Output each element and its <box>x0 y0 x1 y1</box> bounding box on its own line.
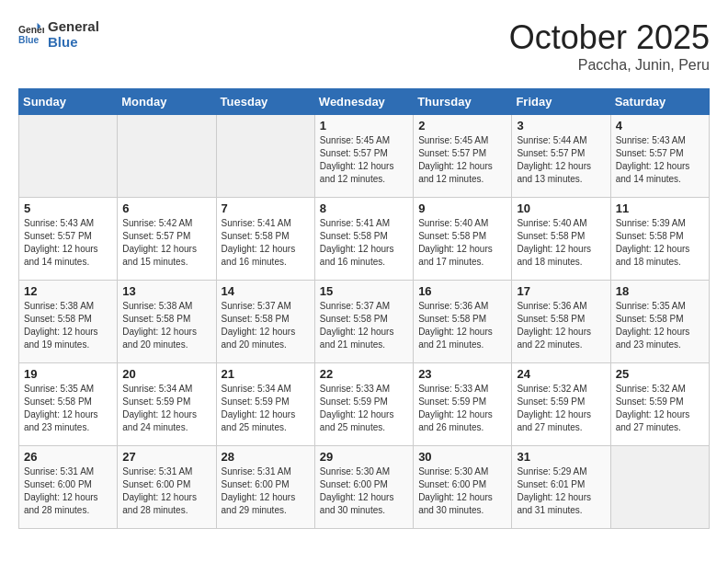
calendar-cell: 31Sunrise: 5:29 AM Sunset: 6:01 PM Dayli… <box>512 446 610 529</box>
day-info: Sunrise: 5:38 AM Sunset: 5:58 PM Dayligh… <box>122 300 210 351</box>
logo-blue: Blue <box>48 34 99 50</box>
weekday-header: Saturday <box>610 89 709 115</box>
day-number: 10 <box>517 201 605 215</box>
calendar-cell: 14Sunrise: 5:37 AM Sunset: 5:58 PM Dayli… <box>216 281 314 363</box>
calendar-cell: 21Sunrise: 5:34 AM Sunset: 5:59 PM Dayli… <box>216 363 314 446</box>
day-number: 2 <box>418 119 506 132</box>
calendar-cell: 15Sunrise: 5:37 AM Sunset: 5:58 PM Dayli… <box>314 281 413 363</box>
calendar-cell: 18Sunrise: 5:35 AM Sunset: 5:58 PM Dayli… <box>610 281 709 363</box>
calendar-table: SundayMondayTuesdayWednesdayThursdayFrid… <box>18 88 710 529</box>
calendar-cell: 16Sunrise: 5:36 AM Sunset: 5:58 PM Dayli… <box>414 281 512 363</box>
day-number: 31 <box>517 450 605 464</box>
day-info: Sunrise: 5:40 AM Sunset: 5:58 PM Dayligh… <box>517 217 605 269</box>
calendar-week-row: 19Sunrise: 5:35 AM Sunset: 5:58 PM Dayli… <box>19 363 710 446</box>
day-number: 21 <box>222 367 310 381</box>
calendar-week-row: 26Sunrise: 5:31 AM Sunset: 6:00 PM Dayli… <box>19 446 710 529</box>
day-info: Sunrise: 5:36 AM Sunset: 5:58 PM Dayligh… <box>517 300 605 351</box>
day-number: 19 <box>24 367 112 381</box>
calendar-cell: 2Sunrise: 5:45 AM Sunset: 5:57 PM Daylig… <box>414 115 512 198</box>
day-number: 29 <box>320 450 408 464</box>
calendar-cell: 27Sunrise: 5:31 AM Sunset: 6:00 PM Dayli… <box>118 446 216 529</box>
day-info: Sunrise: 5:32 AM Sunset: 5:59 PM Dayligh… <box>517 383 605 434</box>
title-block: October 2025 Paccha, Junin, Peru <box>509 18 710 74</box>
calendar-cell: 13Sunrise: 5:38 AM Sunset: 5:58 PM Dayli… <box>118 281 216 363</box>
svg-text:Blue: Blue <box>18 35 40 45</box>
day-number: 15 <box>320 284 408 298</box>
weekday-header: Tuesday <box>216 89 314 115</box>
day-info: Sunrise: 5:30 AM Sunset: 6:00 PM Dayligh… <box>320 465 408 517</box>
day-info: Sunrise: 5:37 AM Sunset: 5:58 PM Dayligh… <box>222 300 310 351</box>
day-number: 6 <box>122 201 210 215</box>
weekday-header: Wednesday <box>314 89 413 115</box>
calendar-cell <box>118 115 216 198</box>
day-info: Sunrise: 5:41 AM Sunset: 5:58 PM Dayligh… <box>222 217 310 269</box>
day-info: Sunrise: 5:32 AM Sunset: 5:59 PM Dayligh… <box>616 383 704 434</box>
day-number: 8 <box>320 201 408 215</box>
day-number: 12 <box>24 284 112 298</box>
calendar-cell: 4Sunrise: 5:43 AM Sunset: 5:57 PM Daylig… <box>610 115 709 198</box>
day-number: 13 <box>122 284 210 298</box>
day-info: Sunrise: 5:31 AM Sunset: 6:00 PM Dayligh… <box>24 465 112 517</box>
logo: General Blue General Blue <box>18 18 99 50</box>
calendar-cell: 30Sunrise: 5:30 AM Sunset: 6:00 PM Dayli… <box>414 446 512 529</box>
weekday-header-row: SundayMondayTuesdayWednesdayThursdayFrid… <box>19 89 710 115</box>
calendar-cell: 6Sunrise: 5:42 AM Sunset: 5:57 PM Daylig… <box>118 198 216 281</box>
day-number: 14 <box>222 284 310 298</box>
calendar-cell: 5Sunrise: 5:43 AM Sunset: 5:57 PM Daylig… <box>19 198 118 281</box>
calendar-cell <box>216 115 314 198</box>
calendar-cell: 3Sunrise: 5:44 AM Sunset: 5:57 PM Daylig… <box>512 115 610 198</box>
calendar-cell: 1Sunrise: 5:45 AM Sunset: 5:57 PM Daylig… <box>314 115 413 198</box>
day-info: Sunrise: 5:39 AM Sunset: 5:58 PM Dayligh… <box>616 217 704 269</box>
day-info: Sunrise: 5:31 AM Sunset: 6:00 PM Dayligh… <box>122 465 210 517</box>
day-info: Sunrise: 5:35 AM Sunset: 5:58 PM Dayligh… <box>24 383 112 434</box>
calendar-week-row: 1Sunrise: 5:45 AM Sunset: 5:57 PM Daylig… <box>19 115 710 198</box>
day-info: Sunrise: 5:33 AM Sunset: 5:59 PM Dayligh… <box>320 383 408 434</box>
calendar-cell: 24Sunrise: 5:32 AM Sunset: 5:59 PM Dayli… <box>512 363 610 446</box>
day-number: 27 <box>122 450 210 464</box>
day-info: Sunrise: 5:36 AM Sunset: 5:58 PM Dayligh… <box>418 300 506 351</box>
day-number: 3 <box>517 119 605 132</box>
day-number: 7 <box>222 201 310 215</box>
day-number: 26 <box>24 450 112 464</box>
calendar-cell: 23Sunrise: 5:33 AM Sunset: 5:59 PM Dayli… <box>414 363 512 446</box>
day-number: 11 <box>616 201 704 215</box>
calendar-cell: 28Sunrise: 5:31 AM Sunset: 6:00 PM Dayli… <box>216 446 314 529</box>
day-number: 17 <box>517 284 605 298</box>
day-number: 9 <box>418 201 506 215</box>
day-info: Sunrise: 5:35 AM Sunset: 5:58 PM Dayligh… <box>616 300 704 351</box>
calendar-cell: 12Sunrise: 5:38 AM Sunset: 5:58 PM Dayli… <box>19 281 118 363</box>
day-number: 30 <box>418 450 506 464</box>
day-info: Sunrise: 5:45 AM Sunset: 5:57 PM Dayligh… <box>320 134 408 186</box>
day-number: 5 <box>24 201 112 215</box>
page-header: General Blue General Blue October 2025 P… <box>18 18 710 74</box>
day-info: Sunrise: 5:41 AM Sunset: 5:58 PM Dayligh… <box>320 217 408 269</box>
weekday-header: Thursday <box>414 89 512 115</box>
weekday-header: Friday <box>512 89 610 115</box>
day-number: 22 <box>320 367 408 381</box>
calendar-cell: 8Sunrise: 5:41 AM Sunset: 5:58 PM Daylig… <box>314 198 413 281</box>
calendar-cell: 20Sunrise: 5:34 AM Sunset: 5:59 PM Dayli… <box>118 363 216 446</box>
logo-general: General <box>48 18 99 34</box>
day-info: Sunrise: 5:44 AM Sunset: 5:57 PM Dayligh… <box>517 134 605 186</box>
day-info: Sunrise: 5:29 AM Sunset: 6:01 PM Dayligh… <box>517 465 605 517</box>
weekday-header: Sunday <box>19 89 118 115</box>
day-number: 20 <box>122 367 210 381</box>
day-info: Sunrise: 5:33 AM Sunset: 5:59 PM Dayligh… <box>418 383 506 434</box>
calendar-cell <box>610 446 709 529</box>
day-number: 18 <box>616 284 704 298</box>
calendar-cell: 25Sunrise: 5:32 AM Sunset: 5:59 PM Dayli… <box>610 363 709 446</box>
day-info: Sunrise: 5:43 AM Sunset: 5:57 PM Dayligh… <box>24 217 112 269</box>
calendar-cell: 11Sunrise: 5:39 AM Sunset: 5:58 PM Dayli… <box>610 198 709 281</box>
weekday-header: Monday <box>118 89 216 115</box>
calendar-cell: 9Sunrise: 5:40 AM Sunset: 5:58 PM Daylig… <box>414 198 512 281</box>
calendar-cell: 26Sunrise: 5:31 AM Sunset: 6:00 PM Dayli… <box>19 446 118 529</box>
day-info: Sunrise: 5:37 AM Sunset: 5:58 PM Dayligh… <box>320 300 408 351</box>
day-number: 28 <box>222 450 310 464</box>
day-info: Sunrise: 5:34 AM Sunset: 5:59 PM Dayligh… <box>222 383 310 434</box>
day-number: 16 <box>418 284 506 298</box>
day-info: Sunrise: 5:31 AM Sunset: 6:00 PM Dayligh… <box>222 465 310 517</box>
day-info: Sunrise: 5:40 AM Sunset: 5:58 PM Dayligh… <box>418 217 506 269</box>
day-number: 25 <box>616 367 704 381</box>
day-number: 23 <box>418 367 506 381</box>
calendar-cell: 10Sunrise: 5:40 AM Sunset: 5:58 PM Dayli… <box>512 198 610 281</box>
